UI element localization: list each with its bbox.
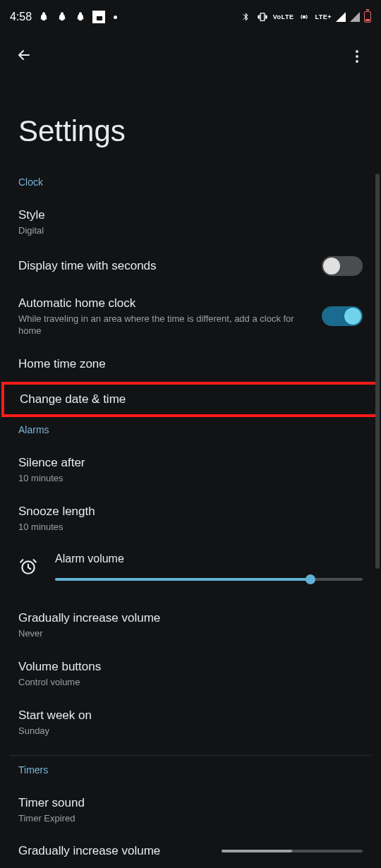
- setting-value: 10 minutes: [18, 521, 363, 533]
- setting-title: Display time with seconds: [18, 258, 308, 274]
- auto-home-clock-switch[interactable]: [322, 306, 363, 326]
- notification-icon-1: [37, 11, 50, 23]
- setting-title: Silence after: [18, 455, 363, 471]
- setting-display-seconds[interactable]: Display time with seconds: [0, 246, 381, 286]
- setting-volume-buttons[interactable]: Volume buttons Control volume: [0, 649, 381, 698]
- setting-gradually-increase-volume[interactable]: Gradually increase volume Never: [0, 601, 381, 649]
- setting-description: While traveling in an area where the tim…: [18, 313, 308, 337]
- setting-title: Timer sound: [18, 795, 363, 811]
- section-header-timers: Timers: [0, 764, 381, 785]
- slider-fill: [55, 578, 310, 581]
- setting-home-time-zone[interactable]: Home time zone: [0, 346, 381, 382]
- hotspot-icon: [298, 11, 310, 23]
- setting-title: Volume buttons: [18, 659, 363, 675]
- divider: [10, 755, 371, 756]
- alarm-volume-slider[interactable]: [55, 578, 363, 581]
- signal-icon: [336, 12, 346, 22]
- setting-title: Automatic home clock: [18, 296, 308, 311]
- setting-value: Digital: [18, 224, 363, 236]
- setting-value: Never: [18, 627, 363, 639]
- page-title: Settings: [0, 79, 381, 176]
- setting-title: Snooze length: [18, 504, 363, 519]
- signal-icon-2: [350, 12, 360, 22]
- lte-indicator: LTE+: [315, 14, 332, 20]
- setting-title: Gradually increase volume: [18, 610, 363, 626]
- app-toolbar: [0, 34, 381, 79]
- svg-point-0: [303, 16, 306, 18]
- alarm-volume-label: Alarm volume: [55, 553, 363, 565]
- more-notifications-dot: [114, 16, 117, 19]
- setting-value: 10 minutes: [18, 472, 363, 484]
- pip-icon: [92, 11, 105, 23]
- setting-snooze-length[interactable]: Snooze length 10 minutes: [0, 494, 381, 543]
- notification-icon-2: [56, 11, 68, 23]
- display-seconds-switch[interactable]: [322, 256, 363, 276]
- setting-title: Change date & time: [20, 392, 361, 407]
- volte-indicator: VoLTE: [273, 14, 294, 20]
- vibrate-icon: [256, 11, 269, 23]
- slider-thumb[interactable]: [306, 574, 315, 584]
- section-header-clock: Clock: [0, 176, 381, 198]
- setting-silence-after[interactable]: Silence after 10 minutes: [0, 445, 381, 494]
- setting-auto-home-clock[interactable]: Automatic home clock While traveling in …: [0, 286, 381, 346]
- back-button[interactable]: [16, 47, 32, 66]
- setting-start-week-on[interactable]: Start week on Sunday: [0, 698, 381, 747]
- slider-fill: [222, 850, 292, 852]
- bluetooth-icon: [239, 11, 252, 23]
- setting-title: Home time zone: [18, 356, 363, 372]
- setting-title: Style: [18, 207, 363, 223]
- setting-timer-grad-volume[interactable]: Gradually increase volume: [0, 834, 381, 858]
- setting-style[interactable]: Style Digital: [0, 198, 381, 246]
- setting-timer-sound[interactable]: Timer sound Timer Expired: [0, 785, 381, 834]
- setting-title: Gradually increase volume: [18, 844, 160, 858]
- status-bar: 4:58 VoLTE LTE+: [0, 0, 381, 34]
- alarm-clock-icon: [18, 557, 38, 577]
- setting-value: Control volume: [18, 676, 363, 688]
- setting-value: Timer Expired: [18, 812, 363, 824]
- status-time: 4:58: [10, 11, 32, 23]
- setting-alarm-volume: Alarm volume: [0, 543, 381, 601]
- timer-grad-volume-slider[interactable]: [222, 850, 363, 852]
- setting-title: Start week on: [18, 708, 363, 723]
- notification-icon-3: [74, 11, 87, 23]
- setting-value: Sunday: [18, 725, 363, 737]
- setting-change-date-time[interactable]: Change date & time: [1, 382, 380, 417]
- more-options-button[interactable]: [349, 43, 365, 70]
- battery-icon: [364, 11, 371, 23]
- scrollbar[interactable]: [375, 174, 380, 569]
- section-header-alarms: Alarms: [0, 424, 381, 445]
